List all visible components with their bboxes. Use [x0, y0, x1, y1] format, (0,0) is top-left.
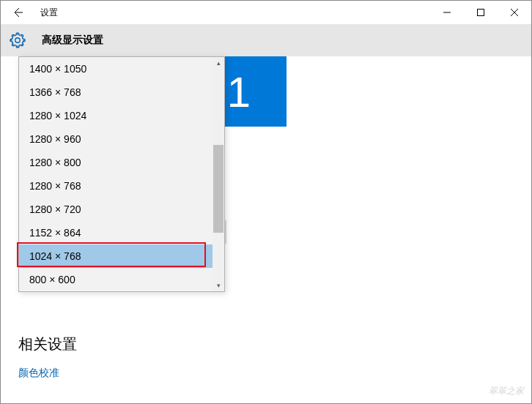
content-area: 1 1400 × 10501366 × 7681280 × 10241280 ×… — [1, 56, 531, 403]
resolution-option[interactable]: 1400 × 1050 — [19, 57, 224, 81]
scrollbar-down-icon[interactable]: ▾ — [213, 280, 224, 291]
close-button[interactable] — [498, 1, 531, 24]
gear-icon — [10, 32, 26, 48]
scrollbar-up-icon[interactable]: ▴ — [213, 57, 224, 69]
color-calibration-link[interactable]: 颜色校准 — [18, 367, 59, 380]
svg-point-1 — [15, 38, 20, 42]
resolution-option[interactable]: 800 × 600 — [19, 268, 224, 291]
back-button[interactable] — [1, 1, 34, 24]
related-settings-heading: 相关设置 — [18, 334, 77, 354]
svg-rect-0 — [478, 10, 484, 16]
resolution-option[interactable]: 1280 × 720 — [19, 198, 224, 221]
maximize-button[interactable] — [464, 1, 498, 24]
close-icon — [511, 9, 518, 16]
page-header: 高级显示设置 — [1, 24, 531, 56]
minimize-icon — [443, 9, 451, 16]
monitor-number: 1 — [227, 67, 251, 116]
window-title: 设置 — [40, 7, 58, 19]
maximize-icon — [477, 9, 484, 16]
back-arrow-icon — [12, 7, 23, 18]
page-title: 高级显示设置 — [42, 34, 103, 47]
resolution-option[interactable]: 1280 × 1024 — [19, 104, 224, 127]
resolution-option[interactable]: 1152 × 864 — [19, 221, 224, 244]
resolution-option[interactable]: 1024 × 768 — [19, 244, 224, 268]
window-controls — [430, 1, 531, 24]
resolution-option[interactable]: 1280 × 768 — [19, 174, 224, 198]
resolution-option[interactable]: 1366 × 768 — [19, 81, 224, 104]
watermark: 翠翠之家 — [489, 385, 524, 397]
minimize-button[interactable] — [430, 1, 464, 24]
scrollbar-thumb[interactable] — [213, 145, 223, 233]
resolution-option[interactable]: 1280 × 800 — [19, 151, 224, 174]
titlebar: 设置 — [1, 1, 531, 24]
resolution-dropdown: 1400 × 10501366 × 7681280 × 10241280 × 9… — [18, 56, 225, 292]
resolution-option[interactable]: 1280 × 960 — [19, 127, 224, 151]
scrollbar[interactable]: ▴ ▾ — [213, 57, 224, 291]
